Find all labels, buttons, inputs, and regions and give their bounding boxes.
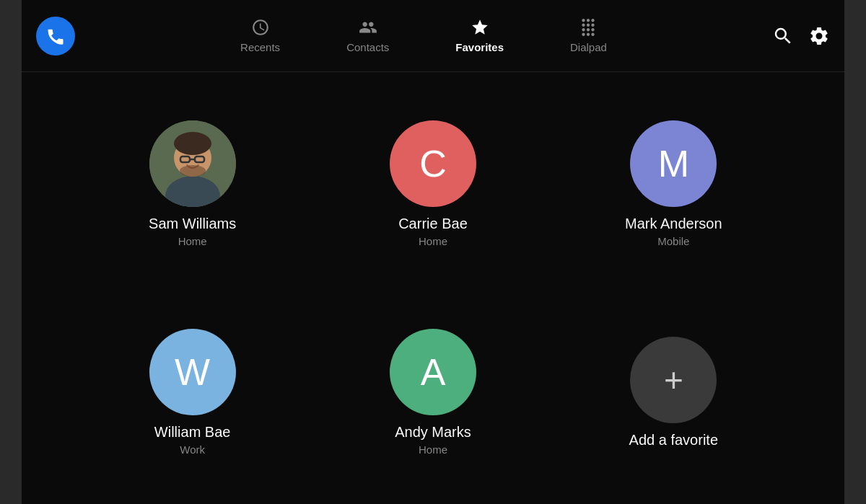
recents-label: Recents (240, 41, 280, 53)
tab-contacts[interactable]: Contacts (335, 12, 401, 59)
add-avatar: + (630, 337, 717, 423)
sam-name: Sam Williams (149, 216, 236, 232)
mark-name: Mark Anderson (625, 216, 722, 232)
carrie-avatar: C (390, 120, 476, 207)
mark-letter: M (658, 142, 689, 185)
william-name: William Bae (154, 424, 231, 441)
carrie-letter: C (419, 142, 447, 185)
favorites-label: Favorites (455, 41, 504, 53)
carrie-name: Carrie Bae (398, 216, 468, 232)
main-container: Recents Contacts Favorites (22, 0, 844, 504)
phone-icon-button[interactable] (36, 17, 75, 56)
favorite-carrie-bae[interactable]: C Carrie Bae Home (361, 120, 505, 247)
carrie-type: Home (419, 235, 447, 247)
phone-icon (45, 26, 66, 46)
tab-favorites[interactable]: Favorites (444, 12, 515, 59)
right-side-panel (844, 0, 866, 504)
tab-recents[interactable]: Recents (229, 12, 292, 59)
nav-actions (772, 25, 830, 47)
clock-icon (251, 18, 270, 37)
andy-type: Home (419, 443, 447, 456)
mark-type: Mobile (657, 235, 689, 247)
add-name: Add a favorite (629, 432, 718, 448)
search-icon (772, 25, 794, 47)
left-side-panel (0, 0, 22, 504)
favorite-sam-williams[interactable]: Sam Williams Home (121, 120, 265, 247)
mark-avatar: M (630, 120, 717, 207)
sam-type: Home (178, 235, 207, 247)
nav-bar: Recents Contacts Favorites (22, 0, 844, 72)
favorite-andy-marks[interactable]: A Andy Marks Home (361, 329, 505, 456)
andy-letter: A (421, 350, 446, 394)
favorite-william-bae[interactable]: W William Bae Work (121, 329, 265, 456)
contacts-label: Contacts (346, 41, 389, 53)
william-letter: W (175, 350, 210, 394)
add-favorite[interactable]: + Add a favorite (601, 337, 745, 448)
star-icon (471, 18, 489, 37)
favorite-mark-anderson[interactable]: M Mark Anderson Mobile (601, 120, 745, 247)
andy-name: Andy Marks (395, 424, 471, 441)
sam-photo (149, 120, 236, 207)
settings-button[interactable] (808, 25, 830, 47)
dialpad-label: Dialpad (570, 41, 607, 53)
svg-point-4 (174, 132, 211, 155)
add-icon: + (664, 363, 683, 397)
contacts-icon (359, 18, 377, 37)
andy-avatar: A (390, 329, 476, 415)
nav-tabs: Recents Contacts Favorites (75, 12, 772, 59)
svg-point-8 (180, 165, 206, 177)
sam-avatar (149, 120, 236, 207)
tab-dialpad[interactable]: Dialpad (559, 12, 618, 59)
william-avatar: W (149, 329, 236, 415)
search-button[interactable] (772, 25, 794, 47)
favorites-grid: Sam Williams Home C Carrie Bae Home M Ma… (22, 72, 844, 504)
settings-icon (808, 25, 830, 47)
dialpad-icon (579, 18, 598, 37)
william-type: Work (180, 443, 205, 456)
